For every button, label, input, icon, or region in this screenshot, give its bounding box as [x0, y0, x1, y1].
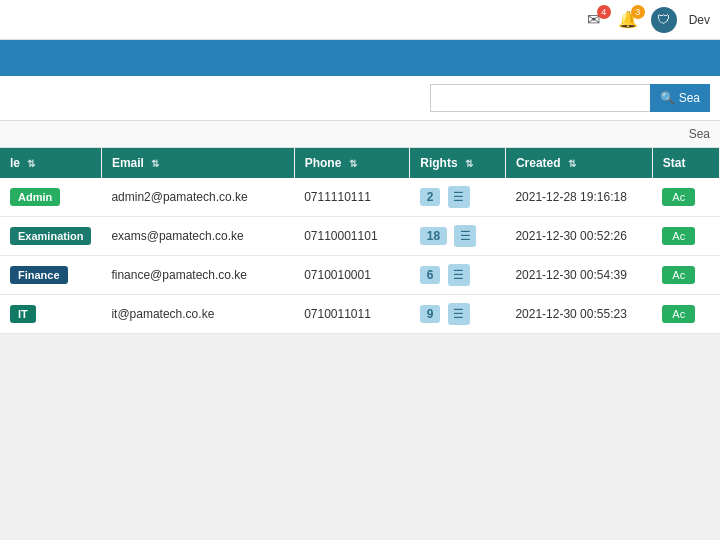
users-table: le ⇅ Email ⇅ Phone ⇅ Rights ⇅ Created [0, 148, 720, 334]
cell-phone-0: 0711110111 [294, 178, 410, 217]
cell-email-1: exams@pamatech.co.ke [101, 217, 294, 256]
sort-icon-name: ⇅ [27, 158, 35, 169]
col-header-email[interactable]: Email ⇅ [101, 148, 294, 178]
rights-list-icon-3[interactable]: ☰ [448, 303, 470, 325]
table-row: Finance finance@pamatech.co.ke 071001000… [0, 256, 720, 295]
cell-status-1: Ac [652, 217, 719, 256]
rights-count-2: 6 [420, 266, 441, 284]
filter-label: Sea [689, 127, 710, 141]
cell-rights-3: 9 ☰ [410, 295, 506, 334]
cell-rights-2: 6 ☰ [410, 256, 506, 295]
cell-phone-2: 0710010001 [294, 256, 410, 295]
table-container: le ⇅ Email ⇅ Phone ⇅ Rights ⇅ Created [0, 148, 720, 334]
role-badge-3[interactable]: IT [10, 305, 36, 323]
filter-row: Sea [0, 121, 720, 148]
status-button-1[interactable]: Ac [662, 227, 695, 245]
search-input-wrap: 🔍 Sea [430, 84, 710, 112]
mail-icon-wrap[interactable]: ✉ 4 [583, 9, 605, 31]
col-header-rights[interactable]: Rights ⇅ [410, 148, 506, 178]
col-header-phone[interactable]: Phone ⇅ [294, 148, 410, 178]
rights-list-icon-2[interactable]: ☰ [448, 264, 470, 286]
user-label: Dev [689, 13, 710, 27]
table-header-row: le ⇅ Email ⇅ Phone ⇅ Rights ⇅ Created [0, 148, 720, 178]
cell-email-2: finance@pamatech.co.ke [101, 256, 294, 295]
cell-rights-0: 2 ☰ [410, 178, 506, 217]
cell-name-1: Examination [0, 217, 101, 256]
status-button-3[interactable]: Ac [662, 305, 695, 323]
cell-created-3: 2021-12-30 00:55:23 [505, 295, 652, 334]
role-badge-2[interactable]: Finance [10, 266, 68, 284]
col-header-status: Stat [652, 148, 719, 178]
rights-count-1: 18 [420, 227, 447, 245]
search-bar-row: 🔍 Sea [0, 76, 720, 121]
cell-status-3: Ac [652, 295, 719, 334]
cell-name-3: IT [0, 295, 101, 334]
search-button[interactable]: 🔍 Sea [650, 84, 710, 112]
role-badge-1[interactable]: Examination [10, 227, 91, 245]
cell-created-0: 2021-12-28 19:16:18 [505, 178, 652, 217]
col-header-created[interactable]: Created ⇅ [505, 148, 652, 178]
table-row: Admin admin2@pamatech.co.ke 0711110111 2… [0, 178, 720, 217]
mail-badge: 4 [597, 5, 611, 19]
cell-rights-1: 18 ☰ [410, 217, 506, 256]
cell-created-1: 2021-12-30 00:52:26 [505, 217, 652, 256]
notification-icon-wrap[interactable]: 🔔 3 [617, 9, 639, 31]
shield-icon[interactable]: 🛡 [651, 7, 677, 33]
table-row: IT it@pamatech.co.ke 0710011011 9 ☰ 2021… [0, 295, 720, 334]
blue-banner [0, 40, 720, 76]
cell-email-0: admin2@pamatech.co.ke [101, 178, 294, 217]
sort-icon-phone: ⇅ [349, 158, 357, 169]
cell-created-2: 2021-12-30 00:54:39 [505, 256, 652, 295]
notif-badge: 3 [631, 5, 645, 19]
top-nav: ✉ 4 🔔 3 🛡 Dev [0, 0, 720, 40]
sort-icon-created: ⇅ [568, 158, 576, 169]
table-row: Examination exams@pamatech.co.ke 0711000… [0, 217, 720, 256]
rights-count-3: 9 [420, 305, 441, 323]
cell-email-3: it@pamatech.co.ke [101, 295, 294, 334]
status-button-2[interactable]: Ac [662, 266, 695, 284]
status-button-0[interactable]: Ac [662, 188, 695, 206]
sort-icon-email: ⇅ [151, 158, 159, 169]
search-icon: 🔍 [660, 91, 675, 105]
role-badge-0[interactable]: Admin [10, 188, 60, 206]
cell-name-2: Finance [0, 256, 101, 295]
col-header-name[interactable]: le ⇅ [0, 148, 101, 178]
cell-phone-1: 07110001101 [294, 217, 410, 256]
rights-list-icon-0[interactable]: ☰ [448, 186, 470, 208]
cell-name-0: Admin [0, 178, 101, 217]
rights-list-icon-1[interactable]: ☰ [454, 225, 476, 247]
sort-icon-rights: ⇅ [465, 158, 473, 169]
search-input[interactable] [430, 84, 650, 112]
cell-status-0: Ac [652, 178, 719, 217]
rights-count-0: 2 [420, 188, 441, 206]
cell-status-2: Ac [652, 256, 719, 295]
cell-phone-3: 0710011011 [294, 295, 410, 334]
